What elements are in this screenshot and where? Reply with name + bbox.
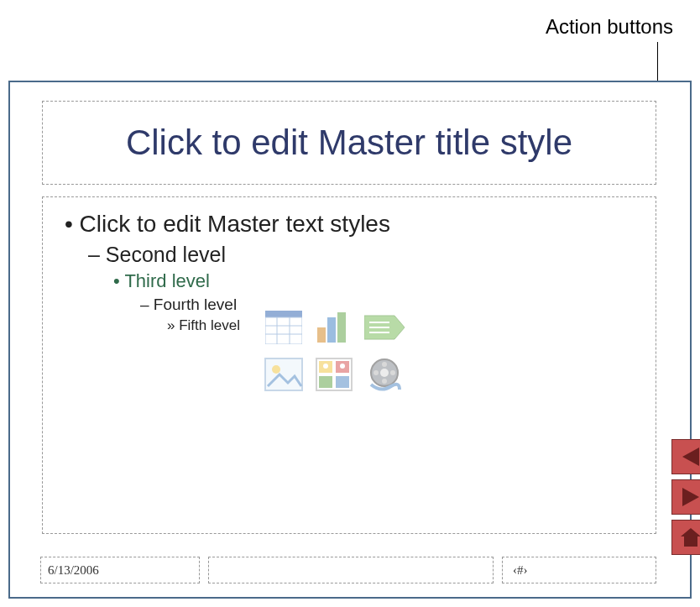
- svg-rect-19: [336, 376, 349, 388]
- content-insert-icons: [261, 306, 429, 395]
- triangle-left-icon: [679, 446, 700, 468]
- svg-point-20: [323, 364, 328, 369]
- action-home-button[interactable]: [671, 520, 700, 555]
- svg-point-27: [382, 379, 387, 384]
- footer-placeholder[interactable]: [208, 557, 494, 583]
- slide-master-frame: Click to edit Master title style Click t…: [8, 81, 692, 599]
- action-buttons-group: [671, 439, 700, 555]
- slide-number-placeholder[interactable]: ‹#›: [502, 557, 656, 583]
- svg-point-23: [380, 369, 389, 377]
- outline-level-1: Click to edit Master text styles: [65, 211, 642, 238]
- date-placeholder[interactable]: 6/13/2006: [40, 557, 200, 583]
- svg-point-26: [382, 362, 387, 367]
- svg-marker-29: [682, 488, 699, 506]
- insert-picture-icon[interactable]: [261, 353, 306, 395]
- outline-level-3: Third level: [113, 270, 642, 292]
- svg-rect-18: [319, 376, 332, 388]
- svg-rect-13: [265, 358, 302, 390]
- action-back-button[interactable]: [671, 439, 700, 474]
- insert-media-icon[interactable]: [362, 353, 407, 395]
- svg-rect-6: [317, 327, 326, 343]
- svg-point-24: [374, 370, 379, 375]
- date-placeholder-text: 6/13/2006: [48, 563, 99, 578]
- svg-rect-7: [327, 317, 336, 343]
- home-icon: [679, 526, 700, 548]
- outline-level-2: Second level: [88, 243, 642, 267]
- slide-number-placeholder-text: ‹#›: [513, 563, 528, 578]
- svg-rect-8: [337, 312, 346, 343]
- svg-marker-28: [682, 447, 699, 466]
- svg-rect-1: [265, 317, 302, 344]
- svg-marker-30: [681, 528, 700, 547]
- title-placeholder-text: Click to edit Master title style: [126, 123, 572, 163]
- title-placeholder[interactable]: Click to edit Master title style: [42, 101, 656, 185]
- insert-clipart-icon[interactable]: [311, 353, 357, 395]
- insert-table-icon[interactable]: [261, 306, 306, 348]
- insert-chart-icon[interactable]: [311, 306, 357, 348]
- svg-point-14: [272, 365, 280, 374]
- svg-point-25: [390, 370, 395, 375]
- svg-point-21: [340, 364, 345, 369]
- annotation-label: Action buttons: [546, 15, 673, 39]
- action-forward-button[interactable]: [671, 479, 700, 515]
- insert-smartart-icon[interactable]: [362, 306, 407, 348]
- svg-rect-0: [265, 311, 302, 317]
- content-placeholder[interactable]: Click to edit Master text styles Second …: [42, 196, 656, 534]
- triangle-right-icon: [679, 486, 700, 508]
